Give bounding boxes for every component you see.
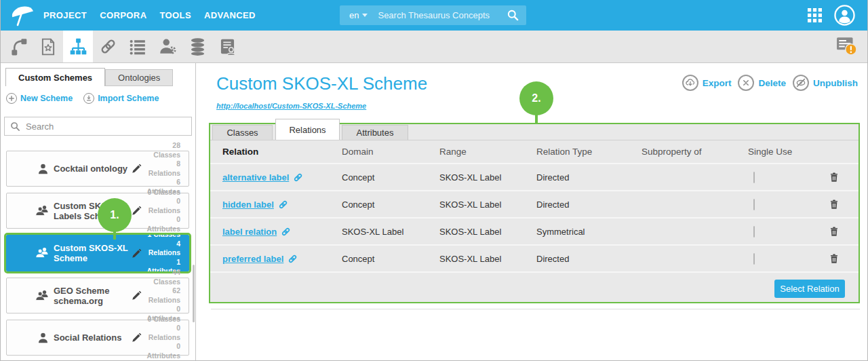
menu-project[interactable]: PROJECT — [43, 10, 87, 20]
table-row: preferred label Concept SKOS-XL Label Di… — [210, 244, 859, 271]
col-range: Range — [439, 147, 536, 157]
language-selector[interactable]: en — [349, 10, 368, 20]
thesaurus-search-input[interactable] — [376, 10, 507, 21]
scheme-item-geo-scheme[interactable]: GEO Scheme schema.org 44 Classes 62 Rela… — [6, 278, 189, 314]
relations-panel: Classes Relations Attributes Relation Do… — [209, 123, 860, 303]
database-icon[interactable] — [182, 31, 212, 62]
single-use-checkbox[interactable] — [753, 226, 755, 238]
delete-x-icon — [738, 75, 754, 91]
table-row: hidden label Concept SKOS-XL Label Direc… — [210, 190, 859, 217]
menu-corpora[interactable]: CORPORA — [100, 10, 146, 20]
sidebar-search-box — [4, 117, 192, 136]
sidebar-scrollbar[interactable] — [193, 265, 195, 322]
search-icon[interactable] — [507, 9, 519, 22]
cell-range: SKOS-XL Label — [439, 200, 536, 210]
delete-button[interactable]: Delete — [738, 75, 786, 91]
language-value: en — [349, 10, 359, 20]
table-row: alternative label Concept SKOS-XL Label … — [210, 163, 859, 190]
cell-range: SKOS-XL Label — [439, 227, 536, 237]
import-scheme-label: Import Scheme — [98, 94, 159, 103]
relation-link[interactable]: hidden label — [222, 200, 274, 210]
trash-icon[interactable] — [829, 226, 859, 237]
select-relation-button[interactable]: Select Relation — [774, 280, 845, 298]
unpublish-button[interactable]: Unpublish — [793, 75, 858, 91]
report-warning-icon[interactable] — [836, 31, 858, 62]
import-scheme-button[interactable]: Import Scheme — [83, 93, 159, 104]
export-button[interactable]: Export — [682, 75, 732, 91]
path-connection-icon[interactable] — [3, 31, 33, 62]
relation-link[interactable]: preferred label — [222, 254, 283, 264]
cell-domain: Concept — [342, 200, 439, 210]
cell-type: Directed — [536, 254, 642, 264]
plus-circle-icon — [6, 93, 17, 104]
thesaurus-search-box: en — [340, 5, 526, 25]
single-use-checkbox[interactable] — [753, 172, 755, 183]
list-icon[interactable] — [123, 31, 153, 62]
repository-user-icon[interactable] — [212, 31, 242, 62]
scheme-counts: 0 Classes 0 Relations 0 Attributes — [146, 315, 189, 361]
user-avatar-icon[interactable] — [834, 5, 855, 26]
col-subproperty-of: Subproperty of — [642, 147, 748, 157]
trash-icon[interactable] — [829, 199, 859, 210]
chain-link-icon[interactable] — [278, 200, 288, 210]
tab-classes[interactable]: Classes — [212, 125, 273, 140]
scheme-item-custom-skosxl-scheme[interactable]: Custom SKOS-XL Scheme 1 Classes 4 Relati… — [6, 235, 189, 271]
application-window: PROJECT CORPORA TOOLS ADVANCED en — [0, 0, 868, 361]
relation-link[interactable]: alternative label — [222, 172, 289, 183]
module-toolbar — [1, 31, 867, 63]
link-icon[interactable] — [93, 31, 123, 62]
annotation-step-1: 1. — [98, 198, 132, 232]
scheme-uri-link[interactable]: http://localhost/Custom-SKOS-XL-Scheme — [216, 102, 366, 110]
menu-tools[interactable]: TOOLS — [159, 10, 191, 20]
unpublish-label: Unpublish — [813, 78, 858, 88]
person-icon — [37, 331, 50, 344]
tab-custom-schemes[interactable]: Custom Schemes — [5, 68, 105, 86]
annotation-line-2 — [535, 114, 538, 124]
cell-type: Symmetrical — [536, 227, 642, 237]
pencil-icon[interactable] — [131, 290, 142, 301]
top-nav-bar: PROJECT CORPORA TOOLS ADVANCED en — [1, 0, 867, 31]
person-icon — [37, 162, 50, 175]
cell-domain: Concept — [342, 254, 439, 264]
single-use-checkbox[interactable] — [753, 199, 755, 210]
tab-attributes[interactable]: Attributes — [342, 125, 408, 140]
single-use-checkbox[interactable] — [753, 253, 755, 265]
content-card-bottom-edge — [211, 309, 860, 309]
panel-tabstrip: Classes Relations Attributes — [210, 124, 859, 140]
sidebar-search-input[interactable] — [24, 121, 186, 132]
scheme-hierarchy-icon[interactable] — [63, 31, 93, 62]
scheme-actions: Export Delete Unpublish — [682, 75, 858, 91]
col-single-use: Single Use — [748, 147, 829, 157]
cell-type: Directed — [536, 172, 642, 183]
page-title: Custom SKOS-XL Scheme — [216, 73, 427, 94]
tab-ontologies[interactable]: Ontologies — [105, 69, 173, 86]
scheme-counts: 0 Classes 0 Relations 0 Attributes — [146, 188, 189, 234]
col-domain: Domain — [342, 147, 439, 157]
chain-link-icon[interactable] — [281, 227, 291, 237]
chain-link-icon[interactable] — [288, 254, 298, 264]
relation-link[interactable]: label relation — [222, 227, 277, 237]
pencil-icon[interactable] — [131, 205, 142, 216]
trash-icon[interactable] — [829, 172, 859, 183]
pencil-icon[interactable] — [131, 248, 142, 259]
pencil-icon[interactable] — [131, 332, 142, 343]
grid-apps-icon[interactable] — [808, 8, 822, 22]
scheme-name: Social Relations — [54, 332, 130, 343]
user-gear-icon[interactable] — [153, 31, 182, 62]
main-content: Custom SKOS-XL Scheme http://localhost/C… — [196, 63, 867, 360]
menu-advanced[interactable]: ADVANCED — [204, 10, 256, 20]
pencil-icon[interactable] — [131, 163, 142, 174]
tab-relations[interactable]: Relations — [275, 119, 340, 140]
scheme-item-cocktail-ontology[interactable]: Cocktail ontology 28 Classes 8 Relations… — [6, 151, 189, 187]
search-icon — [10, 121, 20, 132]
new-scheme-button[interactable]: New Scheme — [6, 93, 73, 104]
scheme-name: Custom SKOS-XL Scheme — [54, 243, 130, 263]
trash-icon[interactable] — [829, 253, 859, 264]
cell-range: SKOS-XL Label — [439, 254, 536, 264]
chain-link-icon[interactable] — [293, 172, 303, 183]
umbrella-logo-icon[interactable] — [7, 2, 37, 29]
scheme-name: GEO Scheme schema.org — [54, 286, 130, 306]
scheme-item-social-relations[interactable]: Social Relations 0 Classes 0 Relations 0… — [6, 320, 189, 356]
starred-document-icon[interactable] — [33, 31, 63, 62]
table-row: label relation SKOS-XL Label SKOS-XL Lab… — [210, 217, 859, 244]
